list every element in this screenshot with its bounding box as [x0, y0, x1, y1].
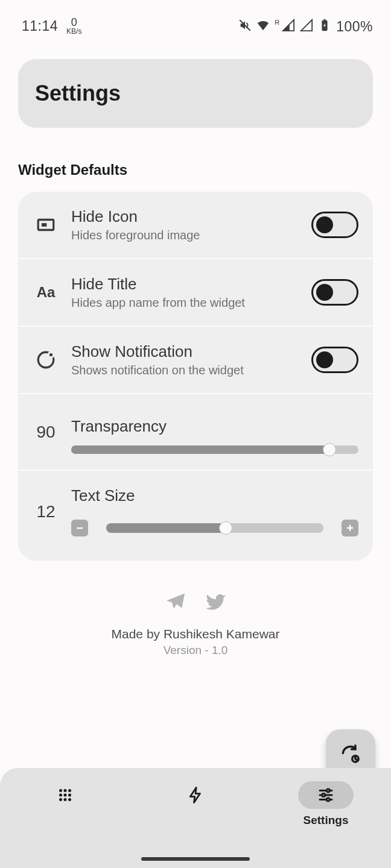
hide-icon-title: Hide Icon [71, 207, 299, 226]
status-net-speed: 0 KB/s [66, 17, 81, 35]
nav-flash[interactable] [131, 781, 260, 809]
nav-apps[interactable] [1, 781, 130, 809]
status-right: R 100% [238, 19, 373, 35]
svg-point-16 [68, 798, 71, 801]
text-size-decrement[interactable]: − [71, 520, 88, 536]
svg-point-15 [63, 798, 66, 801]
hide-title-row[interactable]: Aa Hide Title Hides app name from the wi… [18, 259, 373, 327]
text-icon: Aa [33, 284, 59, 301]
text-size-value: 12 [33, 502, 59, 521]
battery-text: 100% [336, 19, 373, 35]
nav-settings-label: Settings [304, 814, 349, 827]
svg-point-8 [59, 789, 62, 792]
notification-dot-icon [33, 350, 59, 370]
page-title-card: Settings [18, 59, 373, 128]
page-content: Settings Widget Defaults Hide Icon Hides… [0, 42, 391, 657]
svg-point-11 [59, 794, 62, 797]
text-size-body: Text Size − + [71, 486, 358, 536]
widget-defaults-card: Hide Icon Hides foreground image Aa Hide… [18, 192, 373, 561]
svg-point-6 [48, 352, 54, 357]
nav-settings[interactable]: Settings [261, 781, 390, 827]
show-notification-title: Show Notification [71, 342, 299, 361]
wifi-icon [256, 19, 270, 34]
gesture-bar [141, 857, 250, 861]
show-notification-toggle[interactable] [311, 347, 358, 373]
transparency-title: Transparency [71, 417, 358, 436]
svg-point-14 [59, 798, 62, 801]
hide-icon-toggle[interactable] [311, 212, 358, 238]
text-size-increment[interactable]: + [342, 520, 358, 536]
text-size-row: 12 Text Size − + [18, 471, 373, 561]
transparency-value: 90 [33, 423, 59, 442]
svg-point-12 [63, 794, 66, 797]
svg-point-9 [63, 789, 66, 792]
transparency-row: 90 Transparency [18, 394, 373, 471]
transparency-body: Transparency [71, 410, 358, 454]
hide-title-sub: Hides app name from the widget [71, 296, 299, 310]
telegram-icon[interactable] [165, 591, 186, 615]
twitter-icon[interactable] [205, 591, 226, 615]
svg-point-10 [68, 789, 71, 792]
svg-point-13 [68, 794, 71, 797]
credits: Made by Rushikesh Kamewar Version - 1.0 [18, 591, 373, 657]
signal-icon-2 [300, 19, 313, 34]
page-title: Settings [35, 81, 356, 106]
show-notification-body: Show Notification Shows notification on … [71, 342, 299, 377]
status-left: 11:14 0 KB/s [22, 18, 81, 35]
transparency-slider[interactable] [71, 445, 358, 454]
bottom-nav: Settings [0, 768, 391, 868]
image-icon [33, 215, 59, 235]
credits-version: Version - 1.0 [18, 644, 373, 657]
svg-point-18 [326, 789, 329, 792]
show-notification-sub: Shows notification on the widget [71, 363, 299, 377]
hide-title-toggle[interactable] [311, 279, 358, 306]
text-size-slider[interactable] [106, 523, 323, 533]
svg-rect-2 [323, 19, 326, 20]
battery-icon [318, 19, 331, 34]
show-notification-row[interactable]: Show Notification Shows notification on … [18, 327, 373, 394]
svg-point-22 [326, 798, 329, 801]
status-clock: 11:14 [22, 18, 58, 34]
hide-icon-sub: Hides foreground image [71, 228, 299, 242]
text-size-title: Text Size [71, 486, 358, 505]
hide-icon-row[interactable]: Hide Icon Hides foreground image [18, 192, 373, 259]
svg-point-20 [322, 794, 325, 797]
credits-author: Made by Rushikesh Kamewar [18, 627, 373, 641]
status-bar: 11:14 0 KB/s R 100% [0, 0, 391, 42]
hide-title-title: Hide Title [71, 275, 299, 294]
signal-icon-1 [282, 19, 295, 34]
section-header: Widget Defaults [18, 162, 373, 178]
roaming-indicator: R [275, 19, 279, 26]
hide-title-body: Hide Title Hides app name from the widge… [71, 275, 299, 310]
svg-rect-4 [42, 223, 47, 227]
hide-icon-body: Hide Icon Hides foreground image [71, 207, 299, 242]
mute-icon [238, 19, 252, 34]
